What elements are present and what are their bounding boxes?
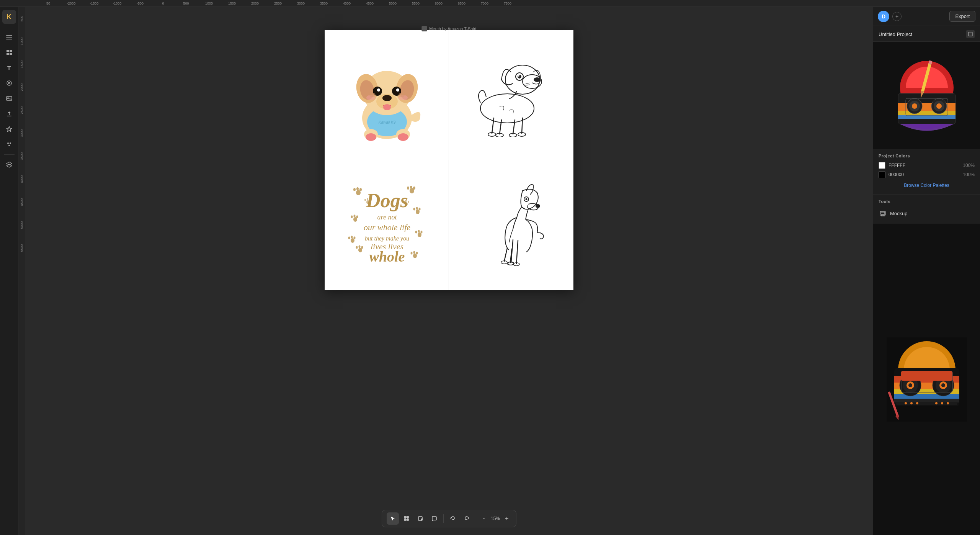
svg-point-134 <box>936 103 942 109</box>
svg-rect-3 <box>7 50 9 52</box>
zoom-in-button[interactable]: + <box>502 514 511 523</box>
svg-text:our whole life: our whole life <box>363 223 410 232</box>
svg-point-84 <box>415 231 417 233</box>
svg-point-151 <box>905 402 907 404</box>
svg-point-48 <box>480 94 534 123</box>
ruler-num: 5000 <box>381 2 404 5</box>
svg-point-7 <box>7 81 11 85</box>
svg-point-98 <box>364 199 366 201</box>
svg-point-46 <box>518 75 521 79</box>
sidebar-icon-layers2[interactable] <box>2 158 16 172</box>
svg-rect-127 <box>898 111 956 115</box>
sidebar-icon-menu[interactable] <box>2 30 16 44</box>
project-title: Untitled Project <box>879 31 912 37</box>
add-collaborator-button[interactable]: + <box>892 12 902 21</box>
svg-line-51 <box>513 120 515 134</box>
ruler-num: 6000 <box>427 2 450 5</box>
svg-point-65 <box>410 186 412 189</box>
color-row-1[interactable]: FFFFFF 100% <box>879 162 975 169</box>
svg-rect-0 <box>6 35 12 36</box>
mockup-tool-row[interactable]: Mockup <box>879 208 975 219</box>
ruler-num: 2500 <box>266 2 289 5</box>
color-percent-1: 100% <box>963 163 975 168</box>
ruler-num: 3000 <box>289 2 312 5</box>
colors-section-title: Project Colors <box>879 154 975 158</box>
crop-tool-button[interactable] <box>400 512 413 525</box>
asset-thumb-2[interactable] <box>873 224 980 535</box>
svg-point-24 <box>382 95 392 101</box>
svg-point-69 <box>416 207 418 209</box>
sidebar-icon-logo[interactable]: K <box>2 10 16 24</box>
color-swatch-black[interactable] <box>879 171 885 178</box>
left-ruler-num: 4500 <box>20 191 24 214</box>
sidebar-icon-layers[interactable] <box>2 46 16 59</box>
zoom-level-label: 15% <box>491 516 500 521</box>
svg-point-99 <box>367 198 368 200</box>
artboard-cell-4[interactable] <box>449 160 573 290</box>
svg-point-66 <box>413 187 415 190</box>
sidebar-icon-elements[interactable] <box>2 76 16 90</box>
zoom-out-button[interactable]: - <box>479 514 488 523</box>
svg-point-68 <box>413 208 415 210</box>
right-panel: D + Export Untitled Project <box>873 7 980 535</box>
svg-text:Dogs: Dogs <box>366 190 408 211</box>
svg-line-50 <box>500 120 501 134</box>
select-tool-button[interactable] <box>387 512 399 525</box>
sidebar-icon-stickers[interactable] <box>2 122 16 136</box>
svg-point-90 <box>353 236 355 239</box>
sidebar-icon-effects[interactable] <box>2 137 16 151</box>
asset-thumb-1[interactable] <box>873 42 980 149</box>
color-swatch-white[interactable] <box>879 162 885 169</box>
colors-section: Project Colors FFFFFF 100% 000000 100% B… <box>873 149 980 195</box>
artboard[interactable]: Kawaii K9 <box>325 30 573 290</box>
project-settings-button[interactable] <box>966 30 975 38</box>
redo-button[interactable] <box>461 512 473 525</box>
svg-point-62 <box>359 188 362 191</box>
project-header: Untitled Project <box>873 26 980 42</box>
canvas-area[interactable]: Merch by Amazon T-Shirt Kawaii K9 <box>25 7 873 535</box>
svg-point-38 <box>369 93 376 97</box>
export-button[interactable]: Export <box>949 11 975 22</box>
shape-tool-button[interactable] <box>414 512 426 525</box>
mockup-tool-label: Mockup <box>890 211 908 216</box>
svg-point-88 <box>348 236 350 239</box>
left-ruler-number-list: 500 1000 1500 2000 2500 3000 3500 4000 4… <box>20 7 24 260</box>
zoom-controls: - 15% + <box>479 514 511 523</box>
ruler-num: 6500 <box>450 2 473 5</box>
svg-point-14 <box>8 145 10 146</box>
svg-rect-140 <box>881 212 885 214</box>
svg-rect-1 <box>6 37 12 38</box>
browse-color-palettes-button[interactable]: Browse Color Palettes <box>879 181 975 190</box>
svg-point-78 <box>361 246 363 249</box>
tools-section: Tools Mockup <box>873 195 980 224</box>
svg-point-101 <box>405 202 408 206</box>
artboard-cell-2[interactable] <box>449 30 573 160</box>
sidebar-icon-uploads[interactable] <box>2 107 16 121</box>
ruler-num <box>18 2 37 5</box>
svg-point-107 <box>526 198 528 200</box>
artboard-cell-3[interactable]: Dogs are not our whole life but they mak… <box>325 160 449 290</box>
svg-point-155 <box>941 402 943 404</box>
user-avatar[interactable]: D <box>878 11 889 22</box>
ruler-num: 1500 <box>220 2 243 5</box>
svg-point-131 <box>912 103 917 109</box>
left-ruler-num: 3500 <box>20 145 24 168</box>
color-row-2[interactable]: 000000 100% <box>879 171 975 178</box>
svg-point-81 <box>413 251 415 254</box>
left-ruler-num: 5000 <box>20 214 24 237</box>
ruler-num: 50 <box>37 2 60 5</box>
undo-button[interactable] <box>447 512 459 525</box>
ruler-num: 4500 <box>358 2 381 5</box>
canvas-label-text: Merch by Amazon T-Shirt <box>429 26 476 31</box>
svg-rect-4 <box>10 50 12 52</box>
sidebar-icon-photos[interactable] <box>2 92 16 105</box>
toolbar-separator <box>443 514 444 523</box>
comment-tool-button[interactable] <box>428 512 440 525</box>
svg-text:but they make you: but they make you <box>365 235 409 242</box>
ruler-num: -1500 <box>83 2 106 5</box>
sidebar-icon-text[interactable]: T <box>2 61 16 75</box>
color-hex-1: FFFFFF <box>889 163 960 168</box>
ruler-num: -500 <box>129 2 152 5</box>
svg-point-77 <box>358 245 360 248</box>
artboard-cell-1[interactable]: Kawaii K9 <box>325 30 449 160</box>
